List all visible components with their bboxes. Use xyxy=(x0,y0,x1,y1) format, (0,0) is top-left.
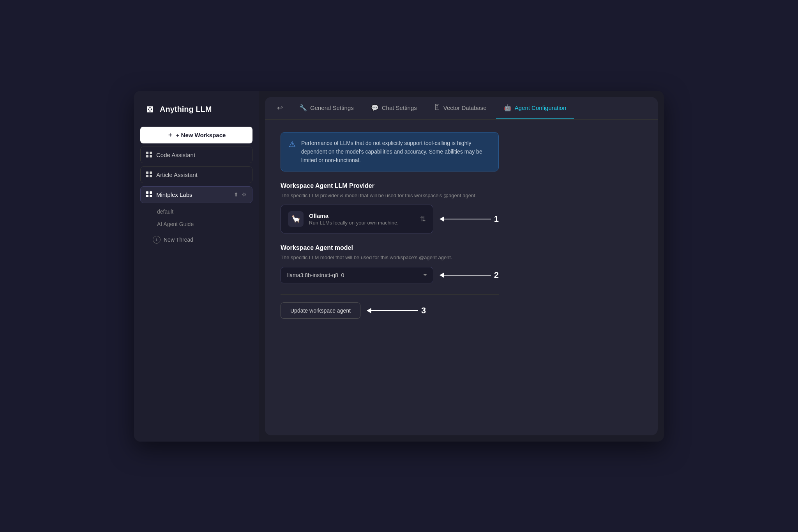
agent-icon: 🤖 xyxy=(504,104,512,111)
workspace-grid-icon xyxy=(146,152,152,158)
sidebar-item-code-assistant[interactable]: Code Assistant xyxy=(140,147,252,163)
agent-model-section: Workspace Agent model The specific LLM m… xyxy=(281,244,499,283)
sidebar: ⊠ Anything LLM ＋ + New Workspace Code As… xyxy=(134,91,259,442)
arrow-head-icon xyxy=(440,272,444,278)
new-workspace-button[interactable]: ＋ + New Workspace xyxy=(140,127,252,143)
arrow-head-icon xyxy=(440,216,444,222)
warning-text: Performance of LLMs that do not explicit… xyxy=(301,139,491,165)
new-thread-button[interactable]: + New Thread xyxy=(150,233,252,247)
provider-name: Ollama xyxy=(309,212,399,219)
database-icon: 🗄 xyxy=(434,104,440,111)
app-logo: ⊠ Anything LLM xyxy=(140,99,252,124)
arrow-shaft xyxy=(444,219,491,219)
model-select[interactable]: llama3:8b-instruct-q8_0 llama3:8b llama3… xyxy=(281,267,433,283)
tab-label: Vector Database xyxy=(443,104,487,111)
new-workspace-label: + New Workspace xyxy=(176,132,226,138)
back-button[interactable]: ↩ xyxy=(273,101,287,115)
tab-label: Chat Settings xyxy=(382,104,417,111)
provider-info: Ollama Run LLMs locally on your own mach… xyxy=(309,212,399,226)
sub-item-ai-agent-guide[interactable]: AI Agent Guide xyxy=(150,219,252,230)
sub-items-list: default AI Agent Guide xyxy=(150,206,252,230)
plus-icon: ＋ xyxy=(167,131,173,139)
arrow-head-icon xyxy=(367,308,371,313)
provider-logo: 🦙 xyxy=(288,211,304,227)
tab-chat-settings[interactable]: 💬 Chat Settings xyxy=(363,97,425,119)
new-thread-plus-icon: + xyxy=(153,236,161,244)
agent-llm-section-desc: The specific LLM provider & model that w… xyxy=(281,192,499,200)
ollama-icon: 🦙 xyxy=(291,214,301,224)
agent-model-section-desc: The specific LLM model that will be used… xyxy=(281,254,499,262)
agent-llm-provider-section: Workspace Agent LLM Provider The specifi… xyxy=(281,182,499,234)
warning-banner: ⚠ Performance of LLMs that do not explic… xyxy=(281,132,499,171)
tab-label: Agent Configuration xyxy=(515,104,567,111)
workspace-grid-icon xyxy=(146,191,152,198)
workspace-label: Article Assistant xyxy=(156,171,198,178)
model-select-wrapper: llama3:8b-instruct-q8_0 llama3:8b llama3… xyxy=(281,267,499,283)
sub-item-label: AI Agent Guide xyxy=(157,221,194,227)
chevron-updown-icon: ⇅ xyxy=(420,215,426,223)
update-workspace-agent-button[interactable]: Update workspace agent xyxy=(281,302,360,319)
annotation-arrow-1: 1 xyxy=(440,214,499,224)
main-panel: ↩ 🔧 General Settings 💬 Chat Settings 🗄 V… xyxy=(265,97,658,435)
content-area: ⚠ Performance of LLMs that do not explic… xyxy=(265,120,658,435)
settings-icon[interactable]: ⚙ xyxy=(242,191,247,198)
upload-icon[interactable]: ⬆ xyxy=(234,191,238,198)
workspace-grid-icon xyxy=(146,171,152,178)
annotation-number-1: 1 xyxy=(494,214,499,224)
update-button-wrapper: Update workspace agent 3 xyxy=(281,302,642,319)
provider-left: 🦙 Ollama Run LLMs locally on your own ma… xyxy=(288,211,399,227)
divider xyxy=(281,294,499,295)
warning-icon: ⚠ xyxy=(289,140,296,149)
sub-item-label: default xyxy=(157,209,173,215)
wrench-icon: 🔧 xyxy=(299,104,307,111)
tab-label: General Settings xyxy=(310,104,354,111)
sub-item-default[interactable]: default xyxy=(150,206,252,217)
annotation-number-2: 2 xyxy=(494,270,499,280)
arrow-shaft xyxy=(371,310,418,311)
provider-card[interactable]: 🦙 Ollama Run LLMs locally on your own ma… xyxy=(281,205,433,233)
new-thread-label: New Thread xyxy=(164,237,193,243)
logo-text: Anything LLM xyxy=(160,105,212,114)
provider-card-wrapper: 🦙 Ollama Run LLMs locally on your own ma… xyxy=(281,205,499,233)
annotation-number-3: 3 xyxy=(421,306,426,316)
logo-icon: ⊠ xyxy=(143,103,156,116)
back-arrow-icon: ↩ xyxy=(277,104,283,112)
chat-icon: 💬 xyxy=(371,104,379,111)
arrow-shaft xyxy=(444,275,491,276)
agent-model-section-title: Workspace Agent model xyxy=(281,244,499,251)
update-button-label: Update workspace agent xyxy=(290,308,351,314)
provider-desc: Run LLMs locally on your own machine. xyxy=(309,220,399,226)
workspace-label: Code Assistant xyxy=(156,152,195,158)
tab-vector-database[interactable]: 🗄 Vector Database xyxy=(426,97,494,119)
annotation-arrow-2: 2 xyxy=(440,270,499,280)
tab-bar: ↩ 🔧 General Settings 💬 Chat Settings 🗄 V… xyxy=(265,97,658,120)
annotation-arrow-3: 3 xyxy=(367,306,426,316)
agent-llm-section-title: Workspace Agent LLM Provider xyxy=(281,182,499,189)
sidebar-item-article-assistant[interactable]: Article Assistant xyxy=(140,166,252,183)
sidebar-item-mintplex-labs[interactable]: Mintplex Labs ⬆ ⚙ xyxy=(140,186,252,203)
workspace-label: Mintplex Labs xyxy=(156,191,192,198)
tab-general-settings[interactable]: 🔧 General Settings xyxy=(291,97,362,119)
tab-agent-configuration[interactable]: 🤖 Agent Configuration xyxy=(496,97,574,119)
